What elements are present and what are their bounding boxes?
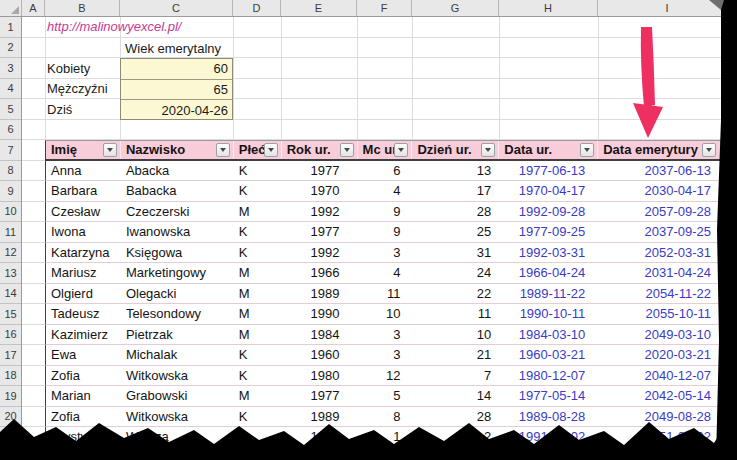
cell-nazwisko[interactable]: Grabowski (121, 386, 234, 406)
param-value-dzis[interactable]: 2020-04-26 (121, 100, 232, 121)
filter-dropdown-icon-data_ur[interactable] (580, 143, 594, 157)
row-number-8[interactable]: 8 (0, 161, 21, 182)
cell-dzien[interactable]: 25 (412, 222, 499, 242)
cell-nazwisko[interactable]: Abacka (121, 161, 234, 181)
cell-imie[interactable]: Krystyna (46, 427, 121, 447)
row-number-18[interactable]: 18 (0, 366, 21, 387)
cell-nazwisko[interactable]: Marketingowy (121, 263, 234, 283)
cell-data_em[interactable]: 2037-09-25 (598, 222, 737, 242)
cell-dzien[interactable]: 22 (412, 284, 499, 304)
cell-nazwisko[interactable]: Witkowska (121, 366, 234, 386)
row-number-13[interactable]: 13 (0, 263, 21, 284)
row-number-3[interactable]: 3 (0, 58, 21, 79)
filter-dropdown-icon-plec[interactable] (264, 143, 278, 157)
row-number-7[interactable]: 7 (0, 140, 21, 161)
row-number-5[interactable]: 5 (0, 99, 21, 120)
row-number-4[interactable]: 4 (0, 79, 21, 100)
row-number-14[interactable]: 14 (0, 284, 21, 305)
cell-nazwisko[interactable]: Księgowa (121, 243, 234, 263)
cell-mc[interactable]: 11 (358, 284, 413, 304)
cell-rok[interactable]: 1966 (282, 263, 358, 283)
cell-data_em[interactable]: 2040-12-07 (598, 366, 737, 386)
table-header-mc[interactable]: Mc ur. (358, 141, 413, 159)
cell-data_ur[interactable]: 1977-06-13 (499, 161, 598, 181)
row-number-2[interactable]: 2 (0, 38, 21, 59)
cell-imie[interactable]: Katarzyna (46, 243, 121, 263)
cell-imie[interactable]: Zofia (46, 407, 121, 427)
filter-dropdown-icon-nazwisko[interactable] (216, 143, 230, 157)
cell-data_ur[interactable]: 1984-03-10 (499, 325, 598, 345)
cell-plec[interactable]: K (234, 222, 282, 242)
cell-rok[interactable]: 1990 (282, 304, 358, 324)
cell-data_ur[interactable]: 1966-04-24 (499, 263, 598, 283)
cell-dzien[interactable]: 21 (412, 345, 499, 365)
column-letter-I[interactable]: I (598, 0, 737, 16)
table-header-rok[interactable]: Rok ur. (282, 141, 358, 159)
cell-dzien[interactable]: 14 (412, 386, 499, 406)
column-letter-C[interactable]: C (120, 0, 233, 16)
row-number-16[interactable]: 16 (0, 325, 21, 346)
cell-plec[interactable]: M (234, 325, 282, 345)
column-letter-A[interactable]: A (22, 0, 45, 16)
cell-imie[interactable]: Anna (46, 161, 121, 181)
row-number-11[interactable]: 11 (0, 222, 21, 243)
filter-dropdown-icon-rok[interactable] (340, 143, 354, 157)
cell-mc[interactable]: 8 (358, 407, 413, 427)
row-number-9[interactable]: 9 (0, 181, 21, 202)
param-value-kobiety[interactable]: 60 (121, 59, 232, 80)
cell-data_em[interactable]: 2055-10-11 (598, 304, 737, 324)
row-number-15[interactable]: 15 (0, 304, 21, 325)
cell-mc[interactable]: 9 (358, 202, 413, 222)
cell-data_em[interactable]: 2051-01-02 (598, 427, 737, 447)
cell-data_em[interactable]: 2049-03-10 (598, 325, 737, 345)
table-header-data_em[interactable]: Data emerytury (598, 141, 737, 159)
cell-rok[interactable]: 1960 (282, 345, 358, 365)
row-number-21[interactable]: 21 (0, 427, 21, 448)
cell-nazwisko[interactable]: Telesondowy (121, 304, 234, 324)
cell-mc[interactable]: 3 (358, 345, 413, 365)
cell-plec[interactable]: K (234, 243, 282, 263)
column-letter-D[interactable]: D (233, 0, 281, 16)
cell-nazwisko[interactable]: Witkowska (121, 407, 234, 427)
cell-rok[interactable]: 1992 (282, 202, 358, 222)
row-number-1[interactable]: 1 (0, 17, 21, 38)
cell-data_ur[interactable]: 1992-03-31 (499, 243, 598, 263)
row-number-19[interactable]: 19 (0, 386, 21, 407)
cell-data_em[interactable]: 2030-04-17 (598, 181, 737, 201)
cell-imie[interactable]: Barbara (46, 181, 121, 201)
filter-dropdown-icon-data_em[interactable] (702, 143, 716, 157)
cell-mc[interactable]: 4 (358, 181, 413, 201)
cell-data_em[interactable]: 2052-03-31 (598, 243, 737, 263)
column-letter-F[interactable]: F (357, 0, 412, 16)
column-letter-E[interactable]: E (281, 0, 357, 16)
cell-dzien[interactable]: 10 (412, 325, 499, 345)
table-header-plec[interactable]: Płeć (234, 141, 282, 159)
cell-dzien[interactable]: 28 (412, 407, 499, 427)
param-value-mezczyzni[interactable]: 65 (121, 80, 232, 101)
cell-dzien[interactable]: 7 (412, 366, 499, 386)
cell-data_em[interactable]: 2020-03-21 (598, 345, 737, 365)
cell-plec[interactable]: K (234, 161, 282, 181)
cell-nazwisko[interactable]: Babacka (121, 181, 234, 201)
filter-dropdown-icon-imie[interactable] (103, 143, 117, 157)
cell-dzien[interactable]: 2 (412, 427, 499, 447)
cell-imie[interactable]: Mariusz (46, 263, 121, 283)
cell-data_em[interactable]: 2037-06-13 (598, 161, 737, 181)
cell-dzien[interactable]: 31 (412, 243, 499, 263)
cell-plec[interactable]: K (234, 427, 282, 447)
row-number-6[interactable]: 6 (0, 120, 21, 141)
column-letter-B[interactable]: B (45, 0, 120, 16)
cell-data_ur[interactable]: 1991-01-02 (499, 427, 598, 447)
cell-data_ur[interactable]: 1992-09-28 (499, 202, 598, 222)
row-number-12[interactable]: 12 (0, 243, 21, 264)
cell-data_ur[interactable]: 1977-09-25 (499, 222, 598, 242)
cell-data_ur[interactable]: 1990-10-11 (499, 304, 598, 324)
column-letter-G[interactable]: G (412, 0, 499, 16)
cell-mc[interactable]: 6 (358, 161, 413, 181)
cell-plec[interactable]: M (234, 202, 282, 222)
cell-rok[interactable]: 1970 (282, 181, 358, 201)
cell-imie[interactable]: Iwona (46, 222, 121, 242)
cell-data_ur[interactable]: 1960-03-21 (499, 345, 598, 365)
cell-mc[interactable]: 10 (358, 304, 413, 324)
cell-rok[interactable]: 1980 (282, 366, 358, 386)
